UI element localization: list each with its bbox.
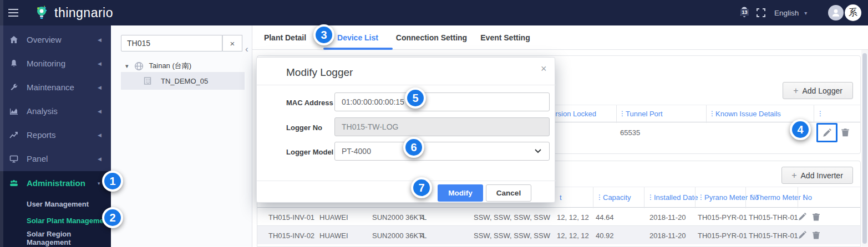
caret-left-icon: ◀	[98, 37, 101, 43]
mac-address-label: MAC Address	[286, 99, 333, 107]
active-tab-underline	[323, 48, 393, 50]
sidebar-nav: Overview ◀ Monitoring ◀ Maintenance ◀ An…	[0, 25, 111, 247]
logger-model-value: PT-4000	[342, 147, 371, 156]
plus-icon: +	[793, 86, 798, 96]
cell-count: 4	[420, 231, 424, 240]
tree-expand-caret-icon[interactable]: ▾	[125, 63, 129, 70]
search-input[interactable]	[121, 35, 222, 52]
annotation-step-5: 5	[405, 88, 426, 109]
person-icon	[831, 8, 841, 18]
column-tunnel-port: Tunnel Port	[626, 110, 663, 118]
cell-installed-date: 2018-11-20	[649, 231, 686, 240]
delete-inverter-button[interactable]	[811, 230, 821, 240]
cell-tilts: 12, 12, 12	[557, 213, 589, 222]
column-menu-icon[interactable]: ⋮	[698, 193, 704, 201]
cell-thermo: TH015-THR-01	[749, 231, 798, 240]
cell-tunnel-port: 65535	[620, 128, 640, 137]
sidebar-item-panel[interactable]: Panel ◀	[0, 147, 111, 171]
column-menu-icon[interactable]: ⋮	[709, 110, 715, 117]
select-caret-icon	[535, 149, 541, 153]
sidebar-item-analysis[interactable]: Analysis ◀	[0, 99, 111, 123]
column-menu-icon[interactable]: ⋮	[801, 193, 808, 201]
cell-no: TH015-INV-02	[268, 231, 314, 240]
monitor-icon	[9, 155, 18, 163]
cell-model: SUN2000 36KTL	[372, 213, 427, 222]
cell-directions: SSW, SSW, SSW, SSW	[474, 231, 553, 240]
add-logger-button[interactable]: + Add Logger	[783, 82, 853, 99]
bell-icon	[9, 59, 18, 68]
tree-region-label: Tainan (台南)	[149, 61, 192, 71]
detail-tabs: Plant Detail Device List Connection Sett…	[252, 25, 868, 50]
language-label: English	[774, 9, 799, 17]
edit-logger-button-highlighted[interactable]	[816, 123, 837, 142]
caret-down-icon: ▾	[98, 181, 100, 186]
app-root: thingnario 13 English ▾ 系 Overview ◀ Mon…	[0, 0, 868, 247]
cancel-button[interactable]: Cancel	[486, 184, 531, 202]
panel-collapse-chevron[interactable]: ‹	[245, 44, 248, 55]
annotation-step-6: 6	[403, 137, 424, 158]
column-known-issue-details: Known Issue Details	[715, 110, 781, 118]
plus-icon: +	[791, 171, 796, 181]
menu-icon[interactable]	[8, 9, 18, 17]
column-menu-icon[interactable]: ⋮	[619, 110, 626, 117]
account-badge[interactable]: 系	[845, 4, 861, 21]
close-icon[interactable]: ×	[541, 63, 547, 75]
users-icon	[9, 179, 18, 188]
edit-inverter-button[interactable]	[798, 230, 807, 240]
caret-left-icon: ◀	[98, 85, 101, 90]
sidebar-item-solar-plant-management[interactable]: Solar Plant Management	[0, 212, 111, 229]
delete-inverter-button[interactable]	[811, 212, 821, 222]
modify-button[interactable]: Modify	[438, 184, 483, 202]
mac-address-input[interactable]	[334, 92, 550, 111]
fullscreen-icon[interactable]	[757, 8, 765, 19]
annotation-step-1: 1	[102, 171, 123, 192]
sidebar-item-monitoring[interactable]: Monitoring ◀	[0, 52, 111, 75]
building-icon	[143, 76, 152, 85]
divider	[257, 85, 556, 85]
column-capacity: Capacity	[603, 193, 631, 202]
globe-icon	[134, 61, 144, 71]
column-fragment: t	[560, 193, 562, 202]
sidebar-item-reports[interactable]: Reports ◀	[0, 123, 111, 147]
caret-left-icon: ◀	[98, 109, 101, 114]
sidebar-item-user-management[interactable]: User Management	[0, 195, 111, 212]
sidebar-item-administration[interactable]: Administration ▾	[0, 171, 111, 195]
cell-thermo: TH015-THR-01	[749, 213, 798, 222]
logger-no-input	[334, 117, 550, 136]
modify-logger-modal: Modify Logger × MAC Address Logger No Lo…	[256, 57, 555, 203]
column-menu-icon[interactable]: ⋮	[749, 193, 755, 201]
sidebar-item-maintenance[interactable]: Maintenance ◀	[0, 75, 111, 99]
annotation-step-2: 2	[102, 207, 123, 228]
tab-connection-setting[interactable]: Connection Setting	[396, 25, 467, 50]
delete-logger-button[interactable]	[840, 127, 850, 137]
annotation-step-3: 3	[313, 24, 334, 45]
brand-logo-icon	[33, 4, 50, 21]
search-clear-button[interactable]: ×	[222, 35, 242, 52]
scrollbar-thumb[interactable]	[862, 53, 867, 244]
modal-title: Modify Logger	[286, 66, 353, 79]
tab-event-setting[interactable]: Event Setting	[480, 25, 530, 50]
add-inverter-button[interactable]: + Add Inverter	[781, 167, 853, 184]
sidebar-item-solar-region-management[interactable]: Solar Region Management	[0, 230, 111, 246]
sidebar-item-overview[interactable]: Overview ◀	[0, 28, 111, 52]
language-selector[interactable]: English ▾	[774, 0, 807, 25]
line-chart-icon	[9, 131, 18, 140]
tab-device-list[interactable]: Device List	[337, 25, 378, 50]
notification-count-badge: 13	[740, 9, 749, 16]
tree-plant-label: TN_DEMO_05	[161, 77, 208, 85]
logger-model-select[interactable]: PT-4000	[334, 142, 550, 161]
column-menu-icon[interactable]: ⋮	[817, 110, 824, 117]
pencil-icon	[822, 128, 832, 138]
annotation-step-4: 4	[790, 119, 811, 140]
user-avatar[interactable]	[828, 5, 844, 20]
cell-pyrano: TH015-PYR-01	[698, 213, 747, 222]
tree-node-plant-selected[interactable]: TN_DEMO_05	[121, 72, 245, 90]
tab-plant-detail[interactable]: Plant Detail	[264, 25, 306, 50]
column-menu-icon[interactable]: ⋮	[647, 193, 654, 201]
chevron-down-icon: ▾	[804, 10, 807, 16]
notifications-button[interactable]: 13	[738, 6, 751, 19]
column-menu-icon[interactable]: ⋮	[596, 193, 603, 201]
edit-inverter-button[interactable]	[798, 212, 807, 222]
cell-brand: HUAWEI	[319, 213, 348, 222]
brand-name: thingnario	[54, 6, 113, 20]
